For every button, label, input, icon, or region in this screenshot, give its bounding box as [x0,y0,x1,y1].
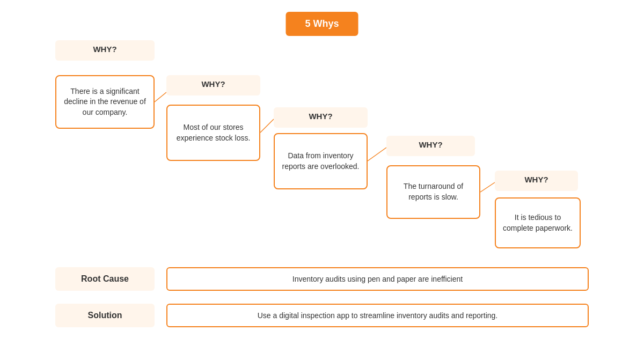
why-label-2: WHY? [166,75,260,95]
why-label-4: WHY? [386,136,475,156]
svg-line-1 [260,119,274,133]
page-container: 5 Whys WHY? WHY? WHY? WHY? WHY? There is… [0,0,644,338]
root-cause-value: Inventory audits using pen and paper are… [166,267,589,291]
answer-box-2: Most of our stores experience stock loss… [166,105,260,161]
svg-line-3 [480,182,495,192]
answer-box-3: Data from inventory reports are overlook… [274,133,368,189]
title-button: 5 Whys [286,12,358,36]
why-label-3: WHY? [274,107,368,128]
answer-box-1: There is a significant decline in the re… [55,75,155,129]
svg-line-2 [368,148,386,161]
answer-box-5: It is tedious to complete paperwork. [495,197,581,248]
why-label-1: WHY? [55,40,155,61]
answer-box-4: The turnaround of reports is slow. [386,165,480,219]
root-cause-label: Root Cause [55,267,155,291]
solution-label: Solution [55,304,155,327]
why-label-5: WHY? [495,171,578,191]
solution-value: Use a digital inspection app to streamli… [166,304,589,327]
svg-line-0 [155,92,166,102]
